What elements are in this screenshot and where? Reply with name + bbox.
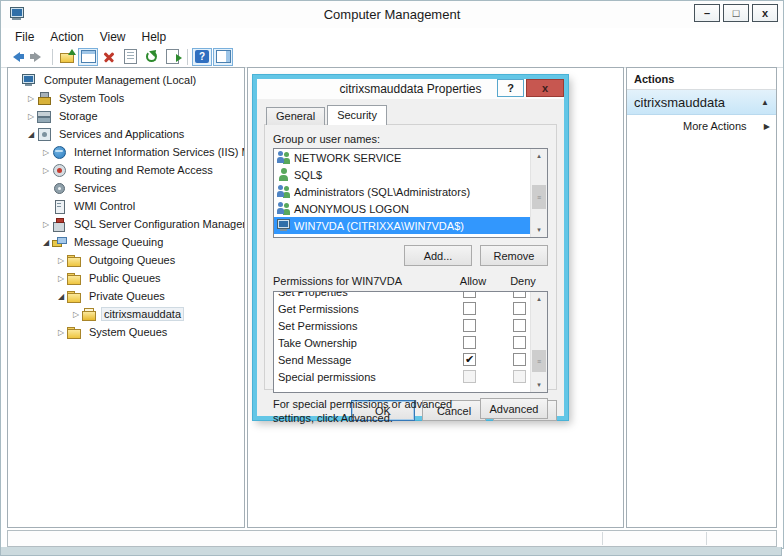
scrollbar-thumb[interactable]: ≡ [532, 185, 546, 209]
window-bottom-edge [0, 547, 782, 556]
tree-item-services-and-applications[interactable]: ◢Services and Applications [8, 125, 244, 143]
delete-icon [103, 51, 115, 63]
permissions-list: Set Properties Get Permissions Set Permi… [273, 291, 548, 393]
users-group-icon [277, 151, 291, 164]
tree-item-computer-management[interactable]: Computer Management (Local) [8, 71, 244, 89]
tree-item-private-queues[interactable]: ◢Private Queues [8, 287, 244, 305]
expander-icon[interactable]: ▷ [40, 166, 52, 175]
deny-checkbox[interactable] [513, 353, 526, 366]
list-item-anonymous-logon[interactable]: ANONYMOUS LOGON [274, 200, 547, 217]
tree-item-public-queues[interactable]: ▷Public Queues [8, 269, 244, 287]
permission-row-get-permissions[interactable]: Get Permissions [274, 300, 547, 317]
menu-help[interactable]: Help [134, 29, 175, 45]
tab-general[interactable]: General [266, 107, 325, 125]
scrollbar-thumb[interactable]: ≡ [532, 350, 546, 372]
permission-row-set-permissions[interactable]: Set Permissions [274, 317, 547, 334]
allow-checkbox[interactable] [463, 319, 476, 332]
more-actions-item[interactable]: More Actions ▶ [627, 115, 776, 137]
tree-item-citrixsmauddata[interactable]: ▷citrixsmauddata [8, 305, 244, 323]
dialog-help-button[interactable]: ? [497, 79, 524, 97]
allow-checkbox[interactable] [463, 302, 476, 315]
delete-button[interactable] [99, 48, 119, 66]
help-button[interactable]: ? [192, 48, 212, 66]
menu-view[interactable]: View [92, 29, 134, 45]
list-item-win7vda[interactable]: WIN7VDA (CITRIXXA\WIN7VDA$) [274, 217, 547, 234]
properties-button[interactable] [120, 48, 140, 66]
remove-button[interactable]: Remove [480, 245, 548, 266]
scroll-up-icon[interactable]: ▴ [531, 292, 547, 306]
forward-button[interactable] [27, 48, 47, 66]
permission-row-send-message[interactable]: Send Message [274, 351, 547, 368]
dialog-controls: ? x [497, 79, 564, 97]
security-tab-page: Group or user names: NETWORK SERVICE SQL… [264, 124, 557, 390]
add-button[interactable]: Add... [404, 245, 472, 266]
deny-checkbox[interactable] [513, 291, 526, 298]
show-action-pane-button[interactable] [213, 48, 233, 66]
show-console-tree-button[interactable] [78, 48, 98, 66]
menu-file[interactable]: File [7, 29, 42, 45]
close-button[interactable]: x [752, 4, 778, 22]
deny-checkbox[interactable] [513, 319, 526, 332]
expander-icon[interactable]: ◢ [25, 130, 37, 139]
maximize-button[interactable]: □ [723, 4, 749, 22]
scroll-up-icon[interactable]: ▴ [531, 149, 547, 163]
expander-icon[interactable]: ▷ [55, 256, 67, 265]
menu-action[interactable]: Action [42, 29, 91, 45]
list-item-network-service[interactable]: NETWORK SERVICE [274, 149, 547, 166]
tree-item-storage[interactable]: ▷Storage [8, 107, 244, 125]
allow-column-header: Allow [455, 275, 491, 287]
export-list-button[interactable] [162, 48, 182, 66]
help-icon: ? [195, 50, 209, 63]
tools-icon [37, 92, 52, 105]
expander-icon[interactable]: ◢ [55, 292, 67, 301]
allow-checkbox[interactable] [463, 353, 476, 366]
tree-item-sql-config-manager[interactable]: ▷SQL Server Configuration Manager [8, 215, 244, 233]
permissions-header: Permissions for WIN7VDA Allow Deny [273, 275, 548, 289]
up-one-level-button[interactable] [57, 48, 77, 66]
tree-item-wmi-control[interactable]: WMI Control [8, 197, 244, 215]
expander-icon[interactable]: ▷ [40, 148, 52, 157]
dialog-close-button[interactable]: x [526, 79, 564, 97]
folder-icon [67, 254, 82, 267]
show-action-pane-icon [216, 50, 231, 63]
scroll-down-icon[interactable]: ▾ [531, 378, 547, 392]
allow-checkbox[interactable] [463, 336, 476, 349]
window-titlebar[interactable]: Computer Management – □ x [1, 1, 783, 28]
back-button[interactable] [6, 48, 26, 66]
deny-checkbox[interactable] [513, 336, 526, 349]
collapse-icon[interactable]: ▲ [761, 98, 769, 107]
expander-icon[interactable]: ▷ [70, 310, 82, 319]
tree-item-outgoing-queues[interactable]: ▷Outgoing Queues [8, 251, 244, 269]
list-item-sql[interactable]: SQL$ [274, 166, 547, 183]
permission-row-set-properties[interactable]: Set Properties [274, 291, 547, 300]
expander-icon[interactable]: ▷ [25, 94, 37, 103]
allow-checkbox[interactable] [463, 291, 476, 298]
expander-icon[interactable]: ◢ [40, 238, 52, 247]
actions-group-citrixsmauddata[interactable]: citrixsmauddata ▲ [627, 90, 776, 115]
advanced-button[interactable]: Advanced [480, 398, 548, 419]
permissions-scrollbar[interactable]: ▴ ≡ ▾ [530, 292, 547, 392]
list-item-administrators[interactable]: Administrators (SQL\Administrators) [274, 183, 547, 200]
deny-checkbox[interactable] [513, 302, 526, 315]
tree-item-iis-manager[interactable]: ▷Internet Information Services (IIS) Man… [8, 143, 244, 161]
expander-icon[interactable]: ▷ [55, 274, 67, 283]
screen: Computer Management – □ x File Action Vi… [0, 0, 784, 560]
group-list-scrollbar[interactable]: ▴ ≡ ▾ [530, 149, 547, 237]
refresh-button[interactable] [141, 48, 161, 66]
tree-item-routing-remote-access[interactable]: ▷Routing and Remote Access [8, 161, 244, 179]
tab-security[interactable]: Security [327, 105, 387, 125]
expander-icon[interactable]: ▷ [40, 220, 52, 229]
expander-icon[interactable]: ▷ [55, 328, 67, 337]
tree-item-services[interactable]: Services [8, 179, 244, 197]
permission-row-special-permissions[interactable]: Special permissions [274, 368, 547, 385]
permission-row-take-ownership[interactable]: Take Ownership [274, 334, 547, 351]
scroll-down-icon[interactable]: ▾ [531, 223, 547, 237]
dialog-tabs: General Security [264, 105, 557, 125]
tree-item-system-tools[interactable]: ▷System Tools [8, 89, 244, 107]
tree-item-system-queues[interactable]: ▷System Queues [8, 323, 244, 341]
expander-icon[interactable]: ▷ [25, 112, 37, 121]
add-remove-row: Add... Remove [273, 245, 548, 266]
dialog-titlebar[interactable]: citrixsmauddata Properties ? x [257, 79, 564, 99]
minimize-button[interactable]: – [694, 4, 720, 22]
tree-item-message-queuing[interactable]: ◢Message Queuing [8, 233, 244, 251]
